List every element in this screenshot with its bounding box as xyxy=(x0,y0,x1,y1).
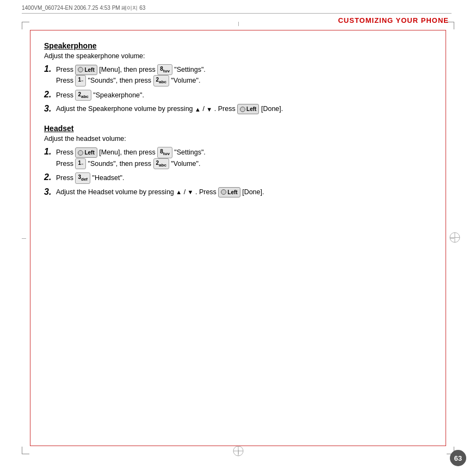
headset-step-1: 1. Press Left [Menu], then press 8tuv "S… xyxy=(44,147,432,169)
vol-up-icon-2: ▲ xyxy=(176,188,182,197)
vol-down-icon-2: ▼ xyxy=(188,188,194,197)
headset-desc: Adjust the headset volume: xyxy=(44,135,432,143)
step-number-2: 2. xyxy=(44,90,56,100)
speakerphone-section: Speakerphone Adjust the speakerphone vol… xyxy=(44,41,432,114)
key-1sp: 1⁻ xyxy=(75,75,86,86)
key-3def: 3def xyxy=(75,172,90,183)
step-1-content: Press Left [Menu], then press 8tuv "Sett… xyxy=(56,64,206,86)
headset-heading: Headset xyxy=(44,124,432,133)
speakerphone-steps: 1. Press Left [Menu], then press 8tuv "S… xyxy=(44,64,432,114)
key-left-done-1: Left xyxy=(237,104,259,114)
reg-mark-bottom xyxy=(232,445,244,459)
side-mark-left xyxy=(22,238,26,239)
hs-step1-line2: Press 1⁻ "Sounds", then press 2abc "Volu… xyxy=(56,158,206,169)
key-2abc-hs: 2abc xyxy=(153,158,169,169)
vol-up-icon-1: ▲ xyxy=(195,105,201,114)
headset-step-2: 2. Press 3def "Headset". xyxy=(44,172,432,183)
page-number: 63 xyxy=(450,450,466,466)
step-number-3: 3. xyxy=(44,104,56,114)
speakerphone-step-1: 1. Press Left [Menu], then press 8tuv "S… xyxy=(44,64,432,86)
hs-step-3-content: Adjust the Headset volume by pressing ▲ … xyxy=(56,187,264,197)
key-8tuv: 8tuv xyxy=(157,64,172,75)
key-left-hs-1: Left xyxy=(75,147,97,158)
side-mark-top xyxy=(238,22,239,26)
header-text: 1400VM_060724-EN 2006.7.25 4:53 PM 페이지 6… xyxy=(22,5,145,11)
step-number-1: 1. xyxy=(44,64,56,74)
headset-step-3: 3. Adjust the Headset volume by pressing… xyxy=(44,187,432,197)
content-box: Speakerphone Adjust the speakerphone vol… xyxy=(30,30,446,446)
step-2-content: Press 2abc "Speakerphone". xyxy=(56,90,144,101)
key-left-done-2: Left xyxy=(218,187,240,197)
speakerphone-step-2: 2. Press 2abc "Speakerphone". xyxy=(44,90,432,101)
corner-mark-bl xyxy=(22,447,29,454)
headset-section: Headset Adjust the headset volume: 1. Pr… xyxy=(44,124,432,197)
speakerphone-step-3: 3. Adjust the Speakerphone volume by pre… xyxy=(44,104,432,114)
hs-step-2-content: Press 3def "Headset". xyxy=(56,172,124,183)
corner-mark-tl xyxy=(22,22,29,29)
step1-press: Press xyxy=(56,66,75,73)
step1-line2: Press 1⁻ "Sounds", then press 2abc "Volu… xyxy=(56,75,206,86)
hs-step-number-2: 2. xyxy=(44,172,56,182)
key-2abc-1: 2abc xyxy=(153,75,169,86)
hs-step-1-content: Press Left [Menu], then press 8tuv "Sett… xyxy=(56,147,206,169)
page-header: 1400VM_060724-EN 2006.7.25 4:53 PM 페이지 6… xyxy=(22,4,452,14)
speakerphone-desc: Adjust the speakerphone volume: xyxy=(44,52,432,60)
key-left-1: Left xyxy=(75,65,97,75)
key-1sp-hs: 1⁻ xyxy=(75,158,86,169)
reg-mark-right xyxy=(449,231,461,245)
key-2abc-2: 2abc xyxy=(75,90,91,101)
speakerphone-heading: Speakerphone xyxy=(44,41,432,50)
section-title: CUSTOMIZING YOUR PHONE xyxy=(338,16,449,24)
headset-steps: 1. Press Left [Menu], then press 8tuv "S… xyxy=(44,147,432,197)
hs-step-number-1: 1. xyxy=(44,147,56,157)
step-3-content: Adjust the Speakerphone volume by pressi… xyxy=(56,104,283,114)
hs-step-number-3: 3. xyxy=(44,187,56,197)
key-8tuv-hs: 8tuv xyxy=(157,147,172,158)
vol-down-icon-1: ▼ xyxy=(206,105,212,114)
